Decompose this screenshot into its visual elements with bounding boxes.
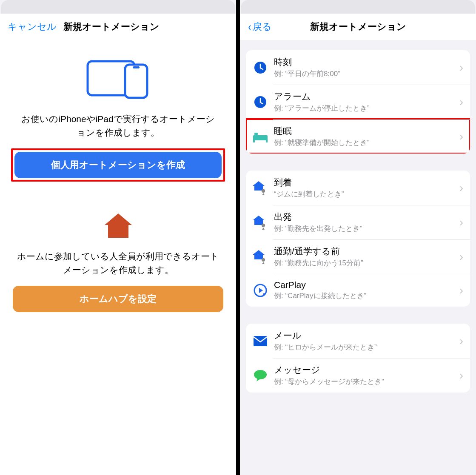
row-subtitle: 例: “就寝準備が開始したとき”: [274, 138, 459, 148]
nav-bar: ‹ 戻る 新規オートメーション: [240, 14, 476, 40]
row-title: 通勤/通学する前: [274, 245, 459, 257]
svg-rect-6: [253, 138, 268, 140]
svg-rect-8: [266, 140, 268, 142]
bed-icon: [252, 128, 269, 145]
leave-icon: [252, 214, 269, 231]
chevron-right-icon: ›: [459, 182, 463, 194]
chevron-right-icon: ›: [459, 216, 463, 228]
svg-rect-2: [133, 66, 140, 68]
row-subtitle: 例: “CarPlayに接続したとき”: [274, 291, 459, 301]
chevron-left-icon: ‹: [248, 20, 251, 33]
row-text: 睡眠例: “就寝準備が開始したとき”: [274, 125, 459, 148]
trigger-row-メール[interactable]: メール例: “ヒロからメールが来たとき”›: [246, 324, 470, 358]
row-subtitle: “ジムに到着したとき”: [274, 189, 459, 199]
row-text: 時刻例: “平日の午前8:00”: [274, 56, 459, 79]
chevron-right-icon: ›: [459, 370, 463, 381]
svg-rect-7: [253, 140, 255, 142]
svg-point-11: [262, 223, 265, 227]
screen-create-automation: キャンセル 新規オートメーション お使いのiPhoneやiPadで実行するオート…: [0, 0, 236, 475]
row-title: 時刻: [274, 56, 459, 68]
row-text: メッセージ例: “母からメッセージが来たとき”: [274, 364, 459, 387]
svg-point-14: [263, 293, 265, 295]
chevron-right-icon: ›: [459, 251, 463, 263]
svg-rect-9: [254, 133, 258, 135]
row-text: CarPlay例: “CarPlayに接続したとき”: [274, 280, 459, 301]
content: お使いのiPhoneやiPadで実行するオートメーションを作成します。 個人用オ…: [0, 40, 236, 475]
chevron-right-icon: ›: [459, 96, 463, 108]
sheet-behind: [241, 0, 475, 14]
mail-icon: [252, 333, 269, 350]
row-text: アラーム例: “アラームが停止したとき”: [274, 91, 459, 113]
row-subtitle: 例: “平日の午前8:00”: [274, 69, 459, 79]
chevron-right-icon: ›: [459, 284, 463, 296]
carplay-icon: [252, 282, 269, 299]
row-text: 到着“ジムに到着したとき”: [274, 176, 459, 199]
trigger-row-睡眠[interactable]: 睡眠例: “就寝準備が開始したとき”›: [246, 119, 470, 154]
row-subtitle: 例: “ヒロからメールが来たとき”: [274, 342, 459, 352]
clock-icon: [252, 59, 269, 76]
svg-rect-1: [125, 65, 147, 98]
create-personal-automation-button[interactable]: 個人用オートメーションを作成: [14, 152, 222, 178]
message-icon: [252, 367, 269, 384]
trigger-row-到着[interactable]: 到着“ジムに到着したとき”›: [246, 171, 470, 205]
trigger-group-communication: メール例: “ヒロからメールが来たとき”›メッセージ例: “母からメッセージが来…: [246, 324, 470, 393]
back-label: 戻る: [253, 20, 272, 33]
arrive-icon: [252, 179, 269, 196]
home-illustration: [0, 211, 236, 241]
row-title: 到着: [274, 176, 459, 188]
devices-illustration: [0, 57, 236, 100]
trigger-row-CarPlay[interactable]: CarPlay例: “CarPlayに接続したとき”›: [246, 274, 470, 307]
commute-icon: [252, 248, 269, 265]
clock-icon: [252, 94, 269, 111]
chevron-right-icon: ›: [459, 62, 463, 74]
row-subtitle: 例: “アラームが停止したとき”: [274, 103, 459, 113]
nav-bar: キャンセル 新規オートメーション: [0, 14, 236, 40]
back-button[interactable]: ‹ 戻る: [248, 20, 272, 33]
row-title: 出発: [274, 211, 459, 223]
row-title: メール: [274, 330, 459, 341]
chevron-right-icon: ›: [459, 131, 463, 142]
personal-description: お使いのiPhoneやiPadで実行するオートメーションを作成します。: [0, 112, 236, 139]
page-title: 新規オートメーション: [240, 20, 476, 33]
row-title: CarPlay: [274, 280, 459, 290]
trigger-row-時刻[interactable]: 時刻例: “平日の午前8:00”›: [246, 50, 470, 85]
page-title: 新規オートメーション: [57, 20, 160, 33]
svg-point-10: [262, 189, 265, 192]
row-text: 出発例: “勤務先を出発したとき”: [274, 211, 459, 233]
highlight-personal: 個人用オートメーションを作成: [11, 148, 225, 182]
trigger-group-time: 時刻例: “平日の午前8:00”›アラーム例: “アラームが停止したとき”›睡眠…: [246, 50, 470, 154]
row-subtitle: 例: “勤務先を出発したとき”: [274, 224, 459, 233]
sheet-behind: [1, 0, 235, 14]
trigger-row-アラーム[interactable]: アラーム例: “アラームが停止したとき”›: [246, 85, 470, 119]
row-subtitle: 例: “母からメッセージが来たとき”: [274, 377, 459, 387]
row-subtitle: 例: “勤務先に向かう15分前”: [274, 258, 459, 268]
chevron-right-icon: ›: [459, 335, 463, 347]
row-title: 睡眠: [274, 125, 459, 137]
home-description: ホームに参加している人全員が利用できるオートメーションを作成します。: [0, 250, 236, 276]
screen-trigger-list: ‹ 戻る 新規オートメーション 時刻例: “平日の午前8:00”›アラーム例: …: [240, 0, 476, 475]
trigger-group-location: 到着“ジムに到着したとき”›出発例: “勤務先を出発したとき”›通勤/通学する前…: [246, 171, 470, 307]
cancel-button[interactable]: キャンセル: [8, 20, 57, 33]
trigger-row-出発[interactable]: 出発例: “勤務先を出発したとき”›: [246, 205, 470, 239]
trigger-row-メッセージ[interactable]: メッセージ例: “母からメッセージが来たとき”›: [246, 358, 470, 393]
setup-home-hub-button[interactable]: ホームハブを設定: [13, 286, 223, 312]
row-text: メール例: “ヒロからメールが来たとき”: [274, 330, 459, 352]
svg-rect-15: [254, 336, 267, 346]
trigger-row-通勤/通学する前[interactable]: 通勤/通学する前例: “勤務先に向かう15分前”›: [246, 239, 470, 274]
row-text: 通勤/通学する前例: “勤務先に向かう15分前”: [274, 245, 459, 268]
content: 時刻例: “平日の午前8:00”›アラーム例: “アラームが停止したとき”›睡眠…: [240, 40, 476, 475]
svg-point-16: [254, 370, 267, 379]
svg-point-12: [262, 258, 265, 261]
row-title: アラーム: [274, 91, 459, 102]
row-title: メッセージ: [274, 364, 459, 376]
